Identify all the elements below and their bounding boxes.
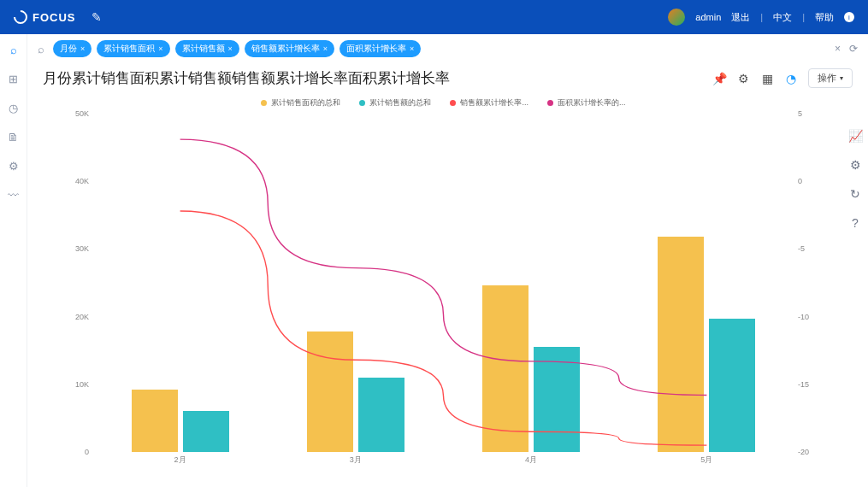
sidebar-search-icon[interactable]: ⌕: [7, 43, 21, 56]
chart: 累计销售面积的总和 累计销售额的总和 销售额累计增长率... 面积累计增长率的.…: [60, 95, 827, 471]
sidebar-history-icon[interactable]: ◷: [7, 101, 21, 114]
y-left-tick: 20K: [62, 313, 89, 321]
avatar[interactable]: [668, 9, 685, 26]
y-left-tick: 10K: [62, 380, 89, 389]
pin-icon[interactable]: 📌: [712, 72, 726, 85]
x-tick: 3月: [350, 455, 362, 466]
edit-icon[interactable]: ✎: [92, 10, 102, 24]
y-right-tick: 5: [798, 109, 825, 118]
chip-sales-growth[interactable]: 销售额累计增长率×: [245, 40, 334, 57]
chip-close-icon[interactable]: ×: [80, 44, 85, 53]
page-title: 月份累计销售面积累计销售额销售额累计增长率面积累计增长率: [43, 68, 450, 88]
right-toolbar: 📈 ⚙ ↻ ?: [847, 128, 863, 231]
brand-logo: FOCUS: [14, 10, 76, 24]
chip-sales[interactable]: 累计销售额×: [175, 40, 239, 57]
chip-close-icon[interactable]: ×: [228, 44, 233, 53]
y-left-tick: 0: [62, 448, 89, 456]
chip-month[interactable]: 月份×: [53, 40, 92, 57]
settings-icon[interactable]: ⚙: [847, 157, 863, 173]
help-badge: i: [844, 12, 854, 22]
plot-area: 010K20K30K40K50K50-5-10-15-202月3月4月5月: [92, 114, 794, 452]
chart-type-icon[interactable]: ◔: [784, 72, 798, 85]
line-series: [92, 114, 794, 452]
y-left-tick: 30K: [62, 244, 89, 253]
x-tick: 2月: [174, 455, 186, 466]
username[interactable]: admin: [695, 12, 721, 22]
refresh-icon[interactable]: ⟳: [849, 43, 858, 55]
table-icon[interactable]: ▦: [760, 72, 774, 85]
chip-area[interactable]: 累计销售面积×: [97, 40, 169, 57]
logout-link[interactable]: 退出: [731, 11, 750, 24]
lang-link[interactable]: 中文: [773, 11, 792, 24]
main-content: ⌕ 月份× 累计销售面积× 累计销售额× 销售额累计增长率× 面积累计增长率× …: [27, 34, 868, 487]
clear-icon[interactable]: ×: [835, 43, 841, 55]
sidebar-settings-icon[interactable]: ⚙: [7, 159, 21, 173]
chip-close-icon[interactable]: ×: [410, 44, 414, 53]
y-right-tick: -20: [798, 448, 825, 456]
legend-item[interactable]: 面积累计增长率的...: [547, 97, 626, 109]
y-right-tick: 0: [798, 177, 825, 185]
y-left-tick: 40K: [62, 177, 89, 185]
left-sidebar: ⌕ ⊞ ◷ 🗎 ⚙ 〰: [0, 34, 27, 487]
sidebar-data-icon[interactable]: 🗎: [7, 130, 21, 144]
ops-button[interactable]: 操作▾: [808, 68, 853, 88]
help-link[interactable]: 帮助: [815, 11, 834, 24]
sidebar-trends-icon[interactable]: 〰: [7, 188, 21, 202]
app-header: FOCUS ✎ admin 退出 | 中文 | 帮助 i: [0, 0, 868, 34]
query-chips: 月份× 累计销售面积× 累计销售额× 销售额累计增长率× 面积累计增长率×: [53, 40, 421, 57]
sidebar-answers-icon[interactable]: ⊞: [7, 72, 21, 85]
title-tools: 📌 ⚙ ▦ ◔ 操作▾: [712, 68, 853, 88]
y-right-tick: -10: [798, 313, 825, 321]
legend-item[interactable]: 累计销售额的总和: [359, 97, 431, 109]
header-right: admin 退出 | 中文 | 帮助 i: [668, 9, 854, 26]
axis-icon[interactable]: 📈: [847, 128, 863, 144]
x-tick: 5月: [700, 455, 712, 466]
help-icon[interactable]: ?: [847, 215, 863, 231]
search-icon[interactable]: ⌕: [38, 43, 44, 56]
y-left-tick: 50K: [62, 109, 89, 118]
x-tick: 4月: [525, 455, 537, 466]
legend-item[interactable]: 销售额累计增长率...: [450, 97, 528, 109]
y-right-tick: -5: [798, 244, 825, 253]
legend-item[interactable]: 累计销售面积的总和: [261, 97, 340, 109]
y-right-tick: -15: [798, 380, 825, 389]
chip-close-icon[interactable]: ×: [158, 44, 162, 53]
brand-text: FOCUS: [32, 11, 76, 24]
reset-icon[interactable]: ↻: [847, 186, 863, 202]
logo-icon: [11, 8, 31, 27]
chip-close-icon[interactable]: ×: [323, 44, 328, 53]
title-row: 月份累计销售面积累计销售额销售额累计增长率面积累计增长率 📌 ⚙ ▦ ◔ 操作▾: [34, 63, 861, 91]
query-bar: ⌕ 月份× 累计销售面积× 累计销售额× 销售额累计增长率× 面积累计增长率× …: [34, 34, 861, 63]
config-icon[interactable]: ⚙: [736, 72, 750, 85]
legend: 累计销售面积的总和 累计销售额的总和 销售额累计增长率... 面积累计增长率的.…: [60, 95, 827, 110]
chip-area-growth[interactable]: 面积累计增长率×: [340, 40, 421, 57]
